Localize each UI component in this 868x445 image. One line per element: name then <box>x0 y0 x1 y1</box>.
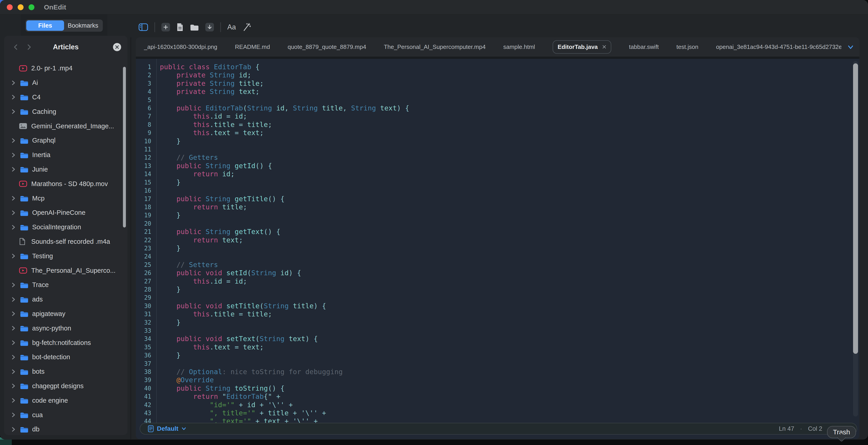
editor-tab[interactable]: README.md <box>235 43 270 51</box>
tree-item-label: Testing <box>32 252 53 260</box>
chevron-right-icon[interactable] <box>11 152 17 158</box>
profile-document-icon <box>148 425 154 432</box>
chevron-right-icon[interactable] <box>11 383 17 389</box>
chevron-right-icon[interactable] <box>11 282 17 288</box>
chevron-right-icon[interactable] <box>11 325 17 331</box>
open-folder-icon[interactable] <box>190 24 199 31</box>
editor-tab[interactable]: openai_3e81ac94-943d-4751-be11-9c65d2732… <box>716 43 841 51</box>
line-number: 43 <box>136 409 151 417</box>
add-icon[interactable] <box>161 23 170 31</box>
chevron-right-icon[interactable] <box>11 354 17 360</box>
chevron-right-icon[interactable] <box>11 253 17 259</box>
tab-close-icon[interactable] <box>602 43 606 51</box>
tree-row[interactable]: bots <box>4 364 127 379</box>
tree-row[interactable]: 2.0- pr-1 .mp4 <box>4 61 127 75</box>
tree-row[interactable]: bg-fetch:notifcations <box>4 336 127 350</box>
tree-row[interactable]: Trace <box>4 278 127 292</box>
chevron-right-icon[interactable] <box>11 340 17 346</box>
tree-item-label: ads <box>32 296 43 303</box>
line-number: 40 <box>136 384 151 392</box>
tree-row[interactable]: Junie <box>4 162 127 177</box>
editor-tab[interactable]: tabbar.swift <box>629 43 659 51</box>
tree-row[interactable]: The_Personal_AI_Superco... <box>4 263 127 278</box>
toolbar-divider <box>154 22 155 32</box>
download-icon[interactable] <box>205 23 214 31</box>
chevron-right-icon[interactable] <box>11 137 17 144</box>
profile-dropdown[interactable]: Default <box>148 425 186 432</box>
chevron-right-icon[interactable] <box>11 311 17 317</box>
tree-row[interactable]: Graphql <box>4 133 127 148</box>
editor-tab[interactable]: The_Personal_AI_Supercomputer.mp4 <box>384 43 486 51</box>
magic-wand-icon[interactable] <box>242 23 251 31</box>
chevron-right-icon[interactable] <box>11 369 17 375</box>
sidebar-scrollbar[interactable] <box>123 67 126 227</box>
line-number: 30 <box>136 302 151 310</box>
chevron-right-icon[interactable] <box>11 412 17 418</box>
sidebar-close-button[interactable] <box>113 43 121 51</box>
tree-row[interactable]: Mcp <box>4 191 127 205</box>
editor-tab[interactable]: sample.html <box>503 43 535 51</box>
editor-scrollbar-thumb[interactable] <box>853 63 858 354</box>
chevron-right-icon[interactable] <box>11 195 17 201</box>
tree-row[interactable]: C4 <box>4 90 127 104</box>
chevron-right-icon[interactable] <box>11 94 17 100</box>
zoom-window-button[interactable] <box>29 4 34 10</box>
folder-icon <box>20 310 29 317</box>
tree-row[interactable]: code engine <box>4 393 127 408</box>
tree-item-label: db <box>32 425 39 433</box>
code-area[interactable]: 1234567891011121314151617181920212223242… <box>136 59 859 423</box>
tree-row[interactable]: Testing <box>4 249 127 263</box>
tree-row[interactable]: OpenAI-PineCone <box>4 205 127 220</box>
tree-row[interactable]: bot-detection <box>4 350 127 364</box>
editor-tab[interactable]: _api-1620x1080-300dpi.png <box>144 43 217 51</box>
editor-toolbar: Aa <box>138 22 251 33</box>
tree-row[interactable]: db <box>4 422 127 435</box>
new-document-icon[interactable] <box>176 23 184 31</box>
tab-label: sample.html <box>503 43 535 50</box>
video-icon <box>19 267 28 274</box>
folder-icon <box>20 325 29 331</box>
tree-row[interactable]: Sounds-self recorded .m4a <box>4 234 127 249</box>
close-window-button[interactable] <box>7 4 13 10</box>
tab-label: quote_8879_quote_8879.mp4 <box>287 43 366 50</box>
tree-item-label: The_Personal_AI_Superco... <box>31 267 116 274</box>
chevron-right-icon[interactable] <box>11 166 17 172</box>
sidebar-toggle-icon[interactable] <box>138 23 148 31</box>
chevron-right-icon[interactable] <box>11 224 17 230</box>
editor-tab[interactable]: quote_8879_quote_8879.mp4 <box>287 43 366 51</box>
tree-row[interactable]: SocialIntegration <box>4 220 127 234</box>
tree-row[interactable]: chagegpt designs <box>4 379 127 393</box>
folder-icon <box>20 94 29 100</box>
sidebar-tab-files[interactable]: Files <box>26 20 64 31</box>
folder-icon <box>20 195 29 202</box>
line-number: 1 <box>136 63 151 71</box>
chevron-right-icon[interactable] <box>11 210 17 216</box>
minimize-window-button[interactable] <box>18 4 24 10</box>
tree-row[interactable]: Ai <box>4 75 127 90</box>
editor-tab[interactable]: test.json <box>677 43 699 51</box>
tree-item-label: Marathons - SD 480p.mov <box>31 180 108 188</box>
tree-row[interactable]: ads <box>4 292 127 307</box>
tree-row[interactable]: Gemini_Generated_Image... <box>4 119 127 133</box>
code-line: public String toString() { <box>160 384 409 392</box>
tree-row[interactable]: Caching <box>4 104 127 119</box>
chevron-right-icon[interactable] <box>11 426 17 433</box>
tree-row[interactable]: apigateway <box>4 307 127 321</box>
tree-row[interactable]: Marathons - SD 480p.mov <box>4 177 127 191</box>
line-number: 44 <box>136 417 151 423</box>
tree-item-label: Caching <box>32 108 56 116</box>
tree-row[interactable]: Inertia <box>4 148 127 162</box>
tree-row[interactable]: cua <box>4 408 127 422</box>
tree-item-label: SocialIntegration <box>32 223 81 231</box>
sidebar-tab-bookmarks[interactable]: Bookmarks <box>64 20 102 31</box>
chevron-right-icon[interactable] <box>11 397 17 404</box>
tree-row[interactable]: async-python <box>4 321 127 336</box>
chevron-right-icon[interactable] <box>11 80 17 86</box>
tab-overflow-chevron-down-icon[interactable] <box>847 44 854 51</box>
chevron-right-icon[interactable] <box>11 296 17 303</box>
profile-label: Default <box>157 425 178 432</box>
text-format-button[interactable]: Aa <box>227 23 236 31</box>
chevron-right-icon[interactable] <box>11 108 17 115</box>
folder-icon <box>20 253 29 259</box>
editor-tab[interactable]: EditorTab.java <box>553 40 611 54</box>
